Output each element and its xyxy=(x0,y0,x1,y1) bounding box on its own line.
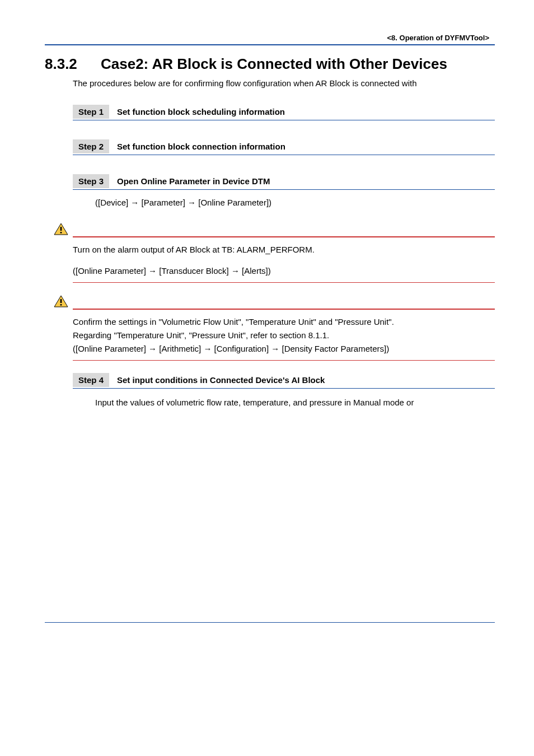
important-line: Confirm the settings in "Volumetric Flow… xyxy=(73,315,495,329)
step-head: Step 3 Open Online Parameter in Device D… xyxy=(73,174,495,188)
svg-rect-1 xyxy=(60,227,62,231)
warning-icon xyxy=(54,223,68,235)
step-head: Step 1 Set function block scheduling inf… xyxy=(73,105,495,119)
step-rule xyxy=(73,120,495,120)
step-4: Step 4 Set input conditions in Connected… xyxy=(73,373,495,389)
important-body: Turn on the alarm output of AR Block at … xyxy=(73,243,495,278)
step-badge: Step 4 xyxy=(73,373,109,387)
important-rule-top xyxy=(73,309,495,310)
important-callout-1: Turn on the alarm output of AR Block at … xyxy=(54,223,495,283)
section-title: Case2: AR Block is Connected with Other … xyxy=(101,55,447,73)
step-1: Step 1 Set function block scheduling inf… xyxy=(73,105,495,120)
important-head xyxy=(54,295,495,307)
step-rule xyxy=(73,388,495,389)
important-line: Turn on the alarm output of AR Block at … xyxy=(73,243,495,256)
step-2: Step 2 Set function block connection inf… xyxy=(73,139,495,155)
step-3-path: ([Device] → [Parameter] → [Online Parame… xyxy=(95,198,495,207)
step-badge: Step 3 xyxy=(73,174,109,188)
svg-rect-4 xyxy=(60,299,62,303)
step-rule xyxy=(73,155,495,155)
svg-rect-5 xyxy=(60,304,62,306)
step-3: Step 3 Open Online Parameter in Device D… xyxy=(73,174,495,190)
section-number: 8.3.2 xyxy=(45,55,101,73)
important-body: Confirm the settings in "Volumetric Flow… xyxy=(73,315,495,356)
header-rule xyxy=(45,44,495,45)
step-badge: Step 1 xyxy=(73,105,109,119)
step-head: Step 4 Set input conditions in Connected… xyxy=(73,373,495,387)
section-heading: 8.3.2 Case2: AR Block is Connected with … xyxy=(45,55,495,73)
step-rule xyxy=(73,189,495,190)
page-container: <8. Operation of DYFMVTool> 8.3.2 Case2:… xyxy=(0,0,534,645)
important-rule-bottom xyxy=(73,360,495,361)
step-title: Open Online Parameter in Device DTM xyxy=(117,176,270,186)
header-breadcrumb: <8. Operation of DYFMVTool> xyxy=(45,34,495,42)
step-title: Set function block connection informatio… xyxy=(117,142,285,151)
step-title: Set input conditions in Connected Device… xyxy=(117,375,325,385)
svg-rect-2 xyxy=(60,232,62,234)
step-head: Step 2 Set function block connection inf… xyxy=(73,139,495,153)
warning-icon xyxy=(54,295,68,307)
important-rule-bottom xyxy=(73,282,495,283)
section-intro: The procedures below are for confirming … xyxy=(73,77,495,89)
important-callout-2: Confirm the settings in "Volumetric Flow… xyxy=(54,295,495,361)
step-4-note: Input the values of volumetric flow rate… xyxy=(95,396,495,409)
important-head xyxy=(54,223,495,235)
step-badge: Step 2 xyxy=(73,139,109,153)
important-rule-top xyxy=(73,236,495,237)
important-line: Regarding "Temperature Unit", "Pressure … xyxy=(73,329,495,342)
important-line: ([Online Parameter] → [Arithmetic] → [Co… xyxy=(73,342,495,356)
footer-rule xyxy=(45,622,495,623)
step-title: Set function block scheduling informatio… xyxy=(117,107,285,116)
important-line: ([Online Parameter] → [Transducer Block]… xyxy=(73,264,495,278)
